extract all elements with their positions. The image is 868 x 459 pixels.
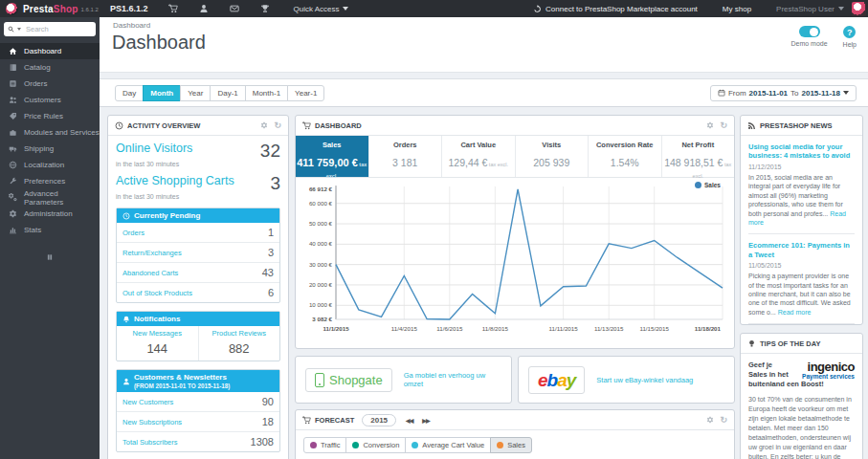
marketplace-connect-link[interactable]: Connect to PrestaShop Marketplace accoun… [533, 5, 698, 13]
range-month-button[interactable]: Month [143, 85, 181, 101]
axis-tick-label: 11/13/2015 [594, 325, 624, 332]
pending-out-of-stock-products-link[interactable]: Out of Stock Products [122, 289, 192, 297]
cart-icon [168, 4, 178, 13]
ebay-link[interactable]: Start uw eBay-winkel vandaag [596, 376, 693, 384]
sync-icon [533, 5, 542, 13]
sidebar-item-modules-and-services[interactable]: Modules and Services [0, 124, 100, 141]
help-icon[interactable]: ? [843, 26, 856, 38]
search-scope-caret-icon[interactable] [17, 28, 21, 31]
news-article-title[interactable]: Ecommerce 101: Payments in a Tweet [748, 241, 855, 259]
active-carts-link[interactable]: Active Shopping Carts [116, 174, 234, 187]
achievements-shortcut[interactable] [260, 4, 270, 13]
shopgate-banner[interactable]: Shopgate Ga mobiel en verhoog uw omzet [295, 356, 512, 404]
gear-icon[interactable] [260, 121, 268, 129]
sidebar-item-label: Preferences [24, 177, 65, 186]
sidebar-item-label: Shipping [24, 144, 54, 153]
cart-icon [302, 416, 311, 425]
search-input[interactable] [24, 24, 83, 34]
read-more-link[interactable]: Read more [748, 210, 846, 226]
sidebar-item-administration[interactable]: Administration [0, 206, 100, 222]
date-range-picker[interactable]: From 2015-11-01 To 2015-11-18 [710, 85, 857, 101]
activity-overview-panel: ACTIVITY OVERVIEW ↻ Online Visitors32 in… [107, 115, 289, 459]
sidebar-search[interactable] [4, 22, 96, 36]
sidebar-item-localization[interactable]: Localization [0, 157, 100, 173]
tips-of-the-day-panel: TIPS OF THE DAY ingenico Payment service… [740, 333, 863, 459]
customers-total-subscribers-link[interactable]: Total Subscribers [122, 438, 178, 447]
axis-tick-label: 10 000 € [309, 301, 333, 308]
refresh-icon[interactable]: ↻ [274, 121, 281, 130]
pending-orders-link[interactable]: Orders [122, 229, 145, 237]
sales-dot-icon [497, 442, 503, 448]
puzzle-icon [9, 128, 17, 137]
forecast-conversion-button[interactable]: Conversion [345, 437, 406, 453]
pending-abandoned-carts-link[interactable]: Abandoned Carts [122, 269, 178, 277]
users-icon [9, 96, 17, 104]
user-avatar[interactable] [852, 2, 866, 16]
sidebar-item-stats[interactable]: Stats [0, 222, 100, 238]
online-visitors-link[interactable]: Online Visitors [116, 142, 192, 155]
sidebar-item-label: Catalog [24, 63, 51, 72]
customers-new-subscriptions-link[interactable]: New Subscriptions [122, 418, 182, 426]
forecast-average-cart-value-button[interactable]: Average Cart Value [405, 437, 491, 453]
quick-access-menu[interactable]: Quick Access [293, 5, 348, 13]
sidebar-item-advanced-parameters[interactable]: Advanced Parameters [0, 189, 100, 206]
kpi-orders[interactable]: Orders3 181 [369, 136, 443, 177]
refresh-icon[interactable]: ↻ [720, 121, 727, 130]
forecast-traffic-button[interactable]: Traffic [303, 437, 346, 453]
previous-year-button[interactable]: ◀◀ [406, 417, 412, 424]
range-month-1-button[interactable]: Month-1 [245, 85, 288, 101]
forecast-sales-button[interactable]: Sales [490, 437, 532, 453]
notification-product-reviews[interactable]: Product Reviews882 [199, 326, 280, 361]
ebay-banner[interactable]: ebay Start uw eBay-winkel vandaag [518, 356, 735, 404]
notification-new-messages[interactable]: New Messages144 [117, 326, 199, 361]
breadcrumb[interactable]: Dashboard [113, 21, 150, 30]
news-article-excerpt: In 2015, social media are an integral pa… [748, 173, 855, 228]
customers-shortcut[interactable] [199, 4, 209, 13]
axis-tick-label: 50 000 € [309, 220, 333, 227]
kpi-visits[interactable]: Visits205 939 [516, 136, 590, 177]
sidebar-item-customers[interactable]: Customers [0, 92, 100, 108]
range-year-button[interactable]: Year [180, 85, 211, 101]
sidebar-item-shipping[interactable]: Shipping [0, 141, 100, 157]
kpi-label: Orders [369, 141, 442, 149]
axis-tick-label: 30 000 € [309, 261, 333, 268]
sidebar-item-dashboard[interactable]: Dashboard [0, 43, 100, 59]
range-day-button[interactable]: Day [115, 85, 144, 101]
read-more-link[interactable]: Read more [778, 309, 812, 316]
cart-shortcut[interactable] [168, 4, 178, 13]
notifications-section: Notifications New Messages144Product Rev… [116, 311, 280, 361]
refresh-icon[interactable]: ↻ [720, 416, 727, 425]
kpi-suffix: tax excl. [326, 162, 367, 179]
collapse-menu-button[interactable] [0, 248, 100, 265]
next-year-button[interactable]: ▶▶ [422, 417, 429, 424]
kpi-sales[interactable]: Sales411 759,00 € tax excl. [296, 136, 369, 177]
sidebar-item-price-rules[interactable]: Price Rules [0, 108, 100, 124]
user-menu[interactable]: PrestaShop User [776, 5, 844, 13]
shopgate-link[interactable]: Ga mobiel en verhoog uw omzet [404, 371, 501, 388]
range-day-1-button[interactable]: Day-1 [210, 85, 245, 101]
kpi-label: Cart Value [442, 141, 515, 149]
pending-return-exchanges-link[interactable]: Return/Exchanges [122, 249, 182, 257]
table-row: New Customers90 [117, 392, 279, 411]
news-article-title[interactable]: Using social media for your business: 4 … [748, 142, 855, 161]
gear-icon[interactable] [706, 121, 714, 129]
sidebar-item-orders[interactable]: Orders [0, 76, 100, 92]
forecast-button-label: Traffic [321, 441, 340, 449]
sidebar-item-preferences[interactable]: Preferences [0, 173, 100, 189]
kpi-conversion-rate[interactable]: Conversion Rate1.54% [589, 136, 662, 177]
kpi-label: Sales [296, 141, 368, 149]
kpi-cart-value[interactable]: Cart Value129,44 € tax excl. [442, 136, 516, 177]
chevron-down-icon [838, 7, 844, 11]
messages-shortcut[interactable] [230, 4, 239, 13]
news-article-excerpt: Picking a payment provider is one of the… [748, 272, 855, 317]
customers-new-customers-link[interactable]: New Customers [122, 398, 173, 406]
kpi-net-profit[interactable]: Net Profit148 918,51 € tax excl. [662, 136, 735, 177]
range-year-1-button[interactable]: Year-1 [287, 85, 324, 101]
demo-mode-toggle[interactable] [799, 26, 820, 37]
version-small: 1.6.1.2 [81, 7, 99, 12]
my-shop-link[interactable]: My shop [723, 5, 751, 13]
table-row: Orders1 [117, 223, 279, 242]
gear-icon[interactable] [706, 416, 714, 424]
sidebar-item-catalog[interactable]: Catalog [0, 59, 100, 76]
notification-label: Product Reviews [199, 329, 280, 338]
